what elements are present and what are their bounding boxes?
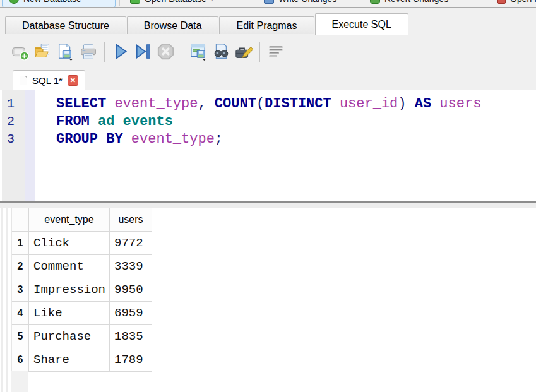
main-toolbar-clipped: New DatabaseOpen Database▾Write ChangesR… [0,0,536,8]
sql-editor[interactable]: 123 SELECT event_type, COUNT(DISTINCT us… [0,90,536,201]
revert-changes-button[interactable]: Revert Changes [364,0,475,8]
save-results-icon[interactable] [187,40,210,63]
toolbar-separator [259,42,260,62]
cell-event-type[interactable]: Comment [29,255,110,278]
write-changes-icon [264,0,274,4]
db-browser-window: { "top_toolbar": { "buttons": [ { "name"… [0,0,536,392]
execute-all-icon[interactable] [109,40,132,63]
open-project-icon [497,0,506,4]
cell-event-type[interactable]: Like [29,302,110,325]
sql-editor-tab[interactable]: SQL 1* ✕ [13,70,85,90]
results-table: event_typeusers1Click97722Comment33393Im… [11,208,152,372]
tab-edit-pragmas[interactable]: Edit Pragmas [219,16,314,34]
editor-fold-margin [25,90,35,201]
main-tab-bar: Database StructureBrowse DataEdit Pragma… [0,8,536,35]
tab-bar-baseline [0,35,536,35]
toolbar-button-label: Revert Changes [384,0,448,4]
sql-code-line: GROUP BY event_type; [56,131,536,148]
sql-toolbar [0,35,536,68]
cell-event-type[interactable]: Purchase [29,325,110,348]
sql-code-line: FROM ad_events [56,113,536,131]
row-number-cell[interactable]: 1 [12,232,29,255]
results-panel: event_typeusers1Click97722Comment33393Im… [0,203,536,392]
tab-browse-data[interactable]: Browse Data [127,16,219,34]
results-top-strip [0,203,536,208]
open-database-icon [130,0,140,4]
row-number-cell[interactable]: 6 [12,348,29,372]
cell-users[interactable]: 1835 [110,325,152,348]
toolbar-button-label: New Database [23,0,81,4]
new-database-button[interactable]: New Database [2,0,116,8]
tab-database-structure[interactable]: Database Structure [5,16,126,34]
write-changes-button[interactable]: Write Changes [258,0,360,8]
toolbar-button-label: Write Changes [278,0,336,4]
execute-current-line-icon[interactable] [132,40,155,63]
new-database-icon [9,0,19,4]
sql-document-icon [20,76,27,85]
sql-tab-bar: SQL 1* ✕ [0,68,536,90]
corner-header-cell[interactable] [12,208,29,232]
cell-users[interactable]: 3339 [110,255,152,278]
close-tab-icon[interactable]: ✕ [68,75,78,86]
word-wrap-icon[interactable] [265,40,287,63]
find-replace-icon[interactable] [232,40,255,63]
stop-icon[interactable] [155,40,177,63]
open-database-button[interactable]: Open Database▾ [124,0,249,8]
panel-left-rail [1,208,3,392]
open-project-button[interactable]: Open Project [491,0,536,8]
tab-execute-sql[interactable]: Execute SQL [315,13,408,35]
column-header-event-type[interactable]: event_type [29,208,110,232]
line-number-gutter: 123 [2,90,25,201]
row-number-cell[interactable]: 2 [12,255,29,278]
toolbar-button-label: Open Project [510,0,536,4]
row-header-extension [11,371,28,392]
line-number: 1 [2,95,25,113]
toolbar-separator [484,0,484,6]
line-number: 2 [2,113,25,131]
toolbar-button-label: Open Database [145,0,206,4]
cell-event-type[interactable]: Share [29,348,110,372]
revert-changes-icon [370,0,380,4]
dropdown-arrow-icon: ▾ [211,0,214,2]
main-toolbar-row: New DatabaseOpen Database▾Write ChangesR… [0,0,536,8]
cell-event-type[interactable]: Impression [29,278,110,302]
sql-code-line: SELECT event_type, COUNT(DISTINCT user_i… [56,95,536,113]
toolbar-separator [119,0,120,6]
toolbar-separator [104,42,105,62]
main-tabs: Database StructureBrowse DataEdit Pragma… [5,13,409,35]
row-number-cell[interactable]: 3 [12,278,29,302]
cell-users[interactable]: 9950 [110,278,152,302]
row-number-cell[interactable]: 4 [12,302,29,325]
find-icon[interactable] [210,40,232,63]
cell-users[interactable]: 6959 [110,302,152,325]
row-number-cell[interactable]: 5 [12,325,29,348]
column-header-users[interactable]: users [110,208,152,232]
print-icon[interactable] [77,40,100,63]
sql-code-area[interactable]: SELECT event_type, COUNT(DISTINCT user_i… [35,90,536,201]
cell-event-type[interactable]: Click [29,232,110,255]
sql-tab-label: SQL 1* [32,75,63,86]
new-sql-tab-icon[interactable] [9,40,32,63]
open-sql-file-icon[interactable] [32,40,54,63]
cell-users[interactable]: 1789 [110,348,152,372]
panel-left-rail [6,208,8,392]
line-number: 3 [2,131,25,148]
save-sql-file-icon[interactable] [54,40,77,63]
cell-users[interactable]: 9772 [110,232,152,255]
toolbar-separator [253,0,253,6]
toolbar-separator [182,42,182,62]
